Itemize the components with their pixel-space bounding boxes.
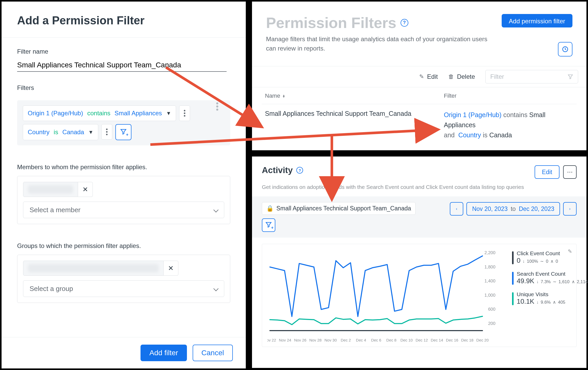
activity-chart: 2006001,0001,4001,8002,200Nov 22Nov 24No… bbox=[267, 250, 506, 344]
help-icon[interactable]: ? bbox=[401, 19, 408, 27]
date-next-button[interactable]: › bbox=[563, 202, 577, 216]
svg-text:200: 200 bbox=[488, 321, 495, 326]
svg-text:2,200: 2,200 bbox=[484, 250, 495, 255]
svg-text:Dec 20: Dec 20 bbox=[476, 338, 489, 342]
more-button[interactable]: ⋯ bbox=[563, 165, 577, 179]
filters-label: Filters bbox=[17, 84, 230, 91]
svg-text:1,000: 1,000 bbox=[484, 293, 495, 298]
delete-button[interactable]: 🗑 Delete bbox=[448, 73, 475, 80]
activity-panel: Activity ? Edit ⋯ Get indications on ado… bbox=[250, 155, 588, 369]
edit-chart-button[interactable]: ✎ bbox=[568, 248, 572, 254]
chip-dimension: Country bbox=[28, 129, 50, 136]
caret-down-icon: ▼ bbox=[88, 129, 93, 135]
filter-chip-country[interactable]: Country is Canada ▼ bbox=[23, 124, 98, 140]
svg-text:Nov 26: Nov 26 bbox=[294, 338, 306, 342]
select-placeholder: Select a member bbox=[30, 206, 81, 214]
funnel-plus-icon: + bbox=[265, 221, 272, 229]
add-filter-button[interactable]: Add filter bbox=[141, 345, 187, 361]
more-vertical-icon bbox=[216, 105, 218, 108]
select-member-dropdown[interactable]: Select a member bbox=[23, 202, 224, 218]
cancel-button[interactable]: Cancel bbox=[193, 345, 233, 361]
filter-search-input[interactable]: Filter bbox=[485, 70, 578, 83]
chevron-down-icon bbox=[213, 207, 219, 212]
panel-footer: Add filter Cancel bbox=[2, 337, 246, 368]
edit-button[interactable]: ✎ Edit bbox=[419, 73, 438, 80]
chip-value: Canada bbox=[62, 129, 84, 136]
member-tag bbox=[23, 182, 78, 197]
date-from: Nov 20, 2023 bbox=[472, 205, 508, 212]
filter-chip-origin[interactable]: Origin 1 (Page/Hub) contains Small Appli… bbox=[23, 105, 176, 121]
add-condition-button[interactable]: + bbox=[262, 218, 275, 232]
caret-down-icon: ▼ bbox=[166, 110, 171, 116]
legend-item-search: Search Event Count 49.9K ↓7.3% ∼1,610 ∧2… bbox=[512, 271, 588, 285]
chip-more-button[interactable] bbox=[101, 124, 112, 140]
svg-text:Dec 4: Dec 4 bbox=[356, 338, 366, 342]
legend-item-visits: Unique Visits 10.1K ↓9.6% ∧405 bbox=[512, 291, 588, 305]
svg-text:Dec 10: Dec 10 bbox=[400, 338, 413, 342]
svg-text:Dec 18: Dec 18 bbox=[461, 338, 474, 342]
remove-group-button[interactable]: ✕ bbox=[164, 261, 178, 276]
sort-icon: ▴▾ bbox=[283, 94, 285, 98]
svg-text:1,400: 1,400 bbox=[484, 279, 495, 283]
activity-filter-bar: 🔒 Small Appliances Technical Support Tea… bbox=[252, 196, 586, 238]
column-header-name[interactable]: Name ▴▾ bbox=[265, 93, 436, 99]
select-placeholder: Select a group bbox=[30, 285, 73, 293]
cell-filter: Origin 1 (Page/Hub) contains Small Appli… bbox=[444, 110, 573, 140]
table-row[interactable]: Small Appliances Technical Support Team_… bbox=[262, 104, 577, 146]
members-label: Members to whom the permission filter ap… bbox=[17, 163, 230, 171]
activity-chart-card: ✎ 2006001,0001,4001,8002,200Nov 22Nov 24… bbox=[262, 244, 577, 347]
chevron-left-icon: ‹ bbox=[456, 207, 457, 211]
groups-label: Groups to which the permission filter ap… bbox=[17, 242, 230, 250]
svg-text:600: 600 bbox=[488, 307, 495, 312]
page-description: Manage filters that limit the usage anal… bbox=[266, 34, 492, 53]
select-group-dropdown[interactable]: Select a group bbox=[23, 280, 224, 297]
cell-name: Small Appliances Technical Support Team_… bbox=[265, 110, 436, 140]
page-title: Permission Filters bbox=[266, 14, 396, 31]
svg-text:Dec 14: Dec 14 bbox=[431, 338, 443, 342]
svg-text:Nov 28: Nov 28 bbox=[309, 338, 322, 342]
svg-text:Dec 6: Dec 6 bbox=[371, 338, 381, 342]
permission-filters-list-panel: Permission Filters ? Manage filters that… bbox=[250, 0, 588, 152]
applied-filter-chip[interactable]: 🔒 Small Appliances Technical Support Tea… bbox=[262, 202, 416, 215]
lock-icon: 🔒 bbox=[266, 205, 274, 212]
filter-box-more-button[interactable] bbox=[210, 105, 225, 108]
svg-text:Nov 22: Nov 22 bbox=[267, 338, 276, 342]
svg-text:Dec 8: Dec 8 bbox=[386, 338, 396, 342]
svg-text:Dec 16: Dec 16 bbox=[446, 338, 458, 342]
edit-icon: ✎ bbox=[419, 73, 424, 80]
svg-text:Dec 12: Dec 12 bbox=[416, 338, 428, 342]
svg-text:Dec 2: Dec 2 bbox=[341, 338, 351, 342]
legend-swatch bbox=[512, 251, 514, 264]
legend-swatch bbox=[512, 292, 514, 305]
add-permission-filter-button[interactable]: Add permission filter bbox=[502, 14, 572, 27]
more-vertical-icon bbox=[184, 112, 185, 114]
chip-more-button[interactable] bbox=[179, 105, 190, 121]
date-to-label: to bbox=[511, 205, 516, 212]
filter-name-label: Filter name bbox=[17, 48, 230, 55]
clock-icon bbox=[562, 46, 569, 53]
svg-text:Nov 24: Nov 24 bbox=[279, 338, 291, 342]
date-range-picker[interactable]: Nov 20, 2023 to Dec 20, 2023 bbox=[466, 202, 560, 216]
more-vertical-icon bbox=[106, 131, 108, 133]
activity-title: Activity bbox=[262, 165, 293, 175]
panel-title: Add a Permission Filter bbox=[2, 2, 246, 38]
add-permission-filter-panel: Add a Permission Filter Filter name Filt… bbox=[0, 0, 247, 370]
filter-name-input[interactable] bbox=[17, 59, 227, 72]
column-header-filter: Filter bbox=[444, 93, 573, 99]
date-to: Dec 20, 2023 bbox=[519, 205, 554, 212]
remove-member-button[interactable]: ✕ bbox=[78, 182, 93, 197]
help-icon[interactable]: ? bbox=[296, 167, 303, 174]
chart-legend: Click Event Count 0 ↓100% ∼0 ∧0 Search E… bbox=[512, 250, 588, 344]
date-prev-button[interactable]: ‹ bbox=[450, 202, 463, 216]
filters-table: Name ▴▾ Filter Small Appliances Technica… bbox=[252, 87, 586, 146]
add-condition-button[interactable]: + bbox=[115, 124, 131, 140]
filter-placeholder: Filter bbox=[490, 73, 504, 80]
chevron-down-icon bbox=[213, 286, 219, 291]
svg-text:1,800: 1,800 bbox=[484, 265, 495, 269]
trash-icon: 🗑 bbox=[448, 73, 454, 80]
funnel-icon bbox=[568, 74, 573, 80]
history-button[interactable] bbox=[558, 42, 572, 56]
edit-button[interactable]: Edit bbox=[535, 165, 559, 179]
chip-operator: contains bbox=[87, 110, 110, 117]
chip-value: Small Appliances bbox=[115, 110, 162, 117]
